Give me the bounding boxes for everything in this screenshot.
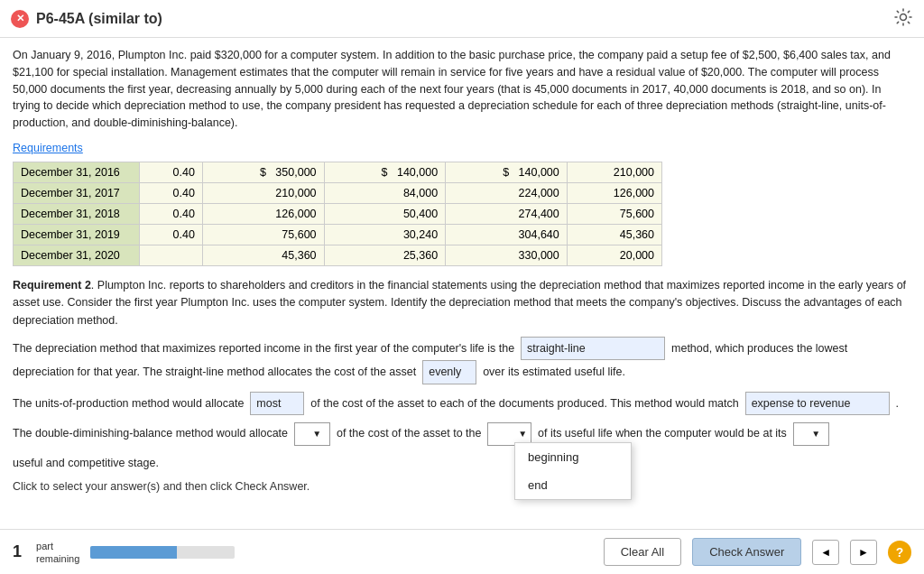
depreciation-table: December 31, 2016 0.40 $ 350,000 $ 140,0… (13, 162, 662, 266)
requirement2-label: Requirement 2 (13, 279, 91, 292)
sentence3-middle: of the cost of the asset to the (337, 427, 482, 440)
content-area: On January 9, 2016, Plumpton Inc. paid $… (0, 38, 924, 523)
sentence2-suffix: . (896, 397, 899, 410)
table-cell-c4: 20,000 (567, 245, 661, 265)
gear-icon[interactable] (893, 7, 913, 30)
dropdown1-arrow-icon: ▼ (312, 426, 321, 442)
dropdown-option-beginning[interactable]: beginning (515, 443, 631, 471)
part-number: 1 (13, 542, 22, 561)
table-row: December 31, 2017 0.40 210,000 84,000 22… (14, 182, 662, 203)
sentence3-suffix: of its useful life when the computer wou… (538, 427, 787, 440)
table-cell-c1: 45,360 (202, 245, 324, 265)
sentence2-answer2[interactable]: expense to revenue (745, 392, 890, 416)
sentence1-answer1[interactable]: straight-line (521, 337, 665, 361)
table-cell-c1: 75,600 (202, 224, 324, 245)
requirements-link[interactable]: Requirements (13, 142, 83, 154)
table-cell-date: December 31, 2018 (14, 203, 140, 224)
click-instruction: Click to select your answer(s) and then … (13, 480, 911, 493)
table-cell-rate: 0.40 (140, 182, 203, 203)
main-container: ✕ P6-45A (similar to) On January 9, 2016… (0, 0, 924, 574)
help-button[interactable]: ? (888, 541, 911, 564)
clear-all-button[interactable]: Clear All (604, 538, 681, 566)
table-cell-c3: 304,640 (446, 224, 568, 245)
table-cell-date: December 31, 2019 (14, 224, 140, 245)
sentence3-prefix: The double-diminishing-balance method wo… (13, 427, 288, 440)
table-cell-c4: 126,000 (567, 182, 661, 203)
check-answer-button[interactable]: Check Answer (692, 538, 801, 566)
footer-bar: 1 part remaining Clear All Check Answer … (0, 529, 924, 574)
header-left: ✕ P6-45A (similar to) (11, 10, 162, 28)
sentence2: The units-of-production method would all… (13, 392, 911, 416)
table-cell-c3: 330,000 (446, 245, 568, 265)
table-row: December 31, 2016 0.40 $ 350,000 $ 140,0… (14, 162, 662, 182)
table-cell-c4: 210,000 (567, 162, 661, 182)
nav-next-button[interactable]: ► (850, 540, 877, 565)
table-cell-c1: 210,000 (202, 182, 324, 203)
sentence3-dropdown3[interactable]: ▼ (793, 422, 829, 446)
sentence3: The double-diminishing-balance method wo… (13, 422, 911, 446)
dropdown1-value (299, 424, 310, 444)
table-cell-rate (140, 245, 203, 265)
table-cell-c1: $ 350,000 (202, 162, 324, 182)
table-cell-date: December 31, 2017 (14, 182, 140, 203)
table-cell-c3: $ 140,000 (446, 162, 568, 182)
table-cell-rate: 0.40 (140, 203, 203, 224)
dropdown3-arrow-icon: ▼ (811, 426, 820, 442)
table-cell-date: December 31, 2020 (14, 245, 140, 265)
progress-bar (90, 546, 235, 559)
sentence1-answer2[interactable]: evenly (422, 360, 476, 384)
table-cell-c2: 25,360 (324, 245, 446, 265)
svg-point-0 (901, 14, 907, 21)
sentence2-answer1[interactable]: most (250, 392, 304, 416)
dropdown-popup: beginning end (514, 442, 632, 500)
table-cell-rate: 0.40 (140, 224, 203, 245)
requirement2-text: Requirement 2. Plumpton Inc. reports to … (13, 277, 911, 329)
sentence1-suffix2: over its estimated useful life. (483, 366, 625, 378)
table-cell-rate: 0.40 (140, 162, 203, 182)
table-cell-c2: $ 140,000 (324, 162, 446, 182)
table-row: December 31, 2018 0.40 126,000 50,400 27… (14, 203, 662, 224)
progress-bar-fill (90, 546, 177, 559)
sentence1-prefix: The depreciation method that maximizes r… (13, 342, 514, 355)
part-label: part (36, 541, 79, 551)
header-title: P6-45A (similar to) (36, 11, 162, 27)
close-button[interactable]: ✕ (11, 10, 29, 28)
remaining-label: remaining (36, 553, 79, 564)
table-cell-date: December 31, 2016 (14, 162, 140, 182)
table-cell-c2: 30,240 (324, 224, 446, 245)
dropdown3-value (798, 424, 809, 444)
table-row: December 31, 2019 0.40 75,600 30,240 304… (14, 224, 662, 245)
table-cell-c2: 84,000 (324, 182, 446, 203)
dropdown2-value (492, 424, 516, 444)
part-remaining: part remaining (36, 541, 79, 564)
table-cell-c2: 50,400 (324, 203, 446, 224)
table-cell-c4: 75,600 (567, 203, 661, 224)
table-row: December 31, 2020 45,360 25,360 330,000 … (14, 245, 662, 265)
sentence3-dropdown1[interactable]: ▼ (294, 422, 330, 446)
sentence3-suffix2: useful and competitive stage. (13, 453, 911, 474)
problem-text: On January 9, 2016, Plumpton Inc. paid $… (13, 47, 911, 132)
nav-prev-button[interactable]: ◄ (812, 540, 839, 565)
dropdown-option-end[interactable]: end (515, 471, 631, 499)
table-cell-c3: 224,000 (446, 182, 568, 203)
table-cell-c1: 126,000 (202, 203, 324, 224)
sentence2-prefix: The units-of-production method would all… (13, 397, 244, 410)
table-cell-c4: 45,360 (567, 224, 661, 245)
sentence1: The depreciation method that maximizes r… (13, 337, 911, 384)
header: ✕ P6-45A (similar to) (0, 0, 924, 38)
dropdown2-arrow-icon: ▼ (518, 426, 527, 442)
sentence2-middle: of the cost of the asset to each of the … (310, 397, 738, 410)
table-cell-c3: 274,400 (446, 203, 568, 224)
